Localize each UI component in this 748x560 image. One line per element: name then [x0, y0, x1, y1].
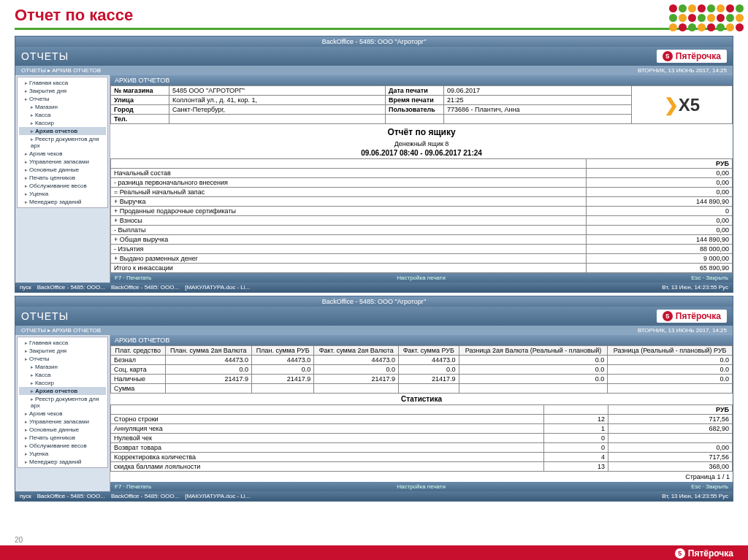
status-datetime: ВТОРНИК, 13 ИЮНЬ 2017, 14:25 [638, 327, 727, 334]
sidebar-item[interactable]: Управление запасами [19, 418, 106, 426]
table-row: Соц. карта0.00.00.00.00.00.0 [111, 365, 733, 375]
panel-header: АРХИВ ОТЧЕТОВ [110, 335, 733, 345]
info-table: № магазина5485 ООО "АГРОТОРГ" Дата печат… [110, 85, 733, 124]
taskbar-item[interactable]: пуск [20, 493, 31, 499]
sidebar-item[interactable]: Главная касса [19, 79, 106, 87]
table-row: + Выдано разменных денег9 000,00 [111, 254, 733, 264]
x5-logo: ❯X5 [664, 95, 700, 115]
slide-title: Отчет по кассе [15, 6, 733, 25]
sidebar-item[interactable]: Основные данные [19, 166, 106, 174]
divider [15, 28, 733, 30]
breadcrumb[interactable]: ОТЧЕТЫ ▸ АРХИВ ОТЧЕТОВ [21, 327, 101, 334]
table-row: - разница первоначального внесения0,00 [111, 178, 733, 188]
sidebar-item[interactable]: Архив чеков [19, 410, 106, 418]
payment-table: Плат. средствоПлан. сумма 2ая ВалютаПлан… [110, 345, 733, 394]
sidebar-item[interactable]: Основные данные [19, 426, 106, 434]
app-window-2: BackOffice - 5485: ООО "Агроторг" ОТЧЕТЫ… [15, 296, 733, 502]
window-titlebar: BackOffice - 5485: ООО "Агроторг" [15, 37, 733, 47]
table-row: Начальный состав0,00 [111, 169, 733, 178]
sidebar-item[interactable]: Отчеты [19, 95, 106, 103]
print-button[interactable]: F7 · Печатать [115, 275, 151, 281]
report-title: Отчёт по ящику [110, 124, 733, 140]
table-row: скидка баллами лояльности13368,00 [111, 462, 733, 472]
statistics-table: РУБ Сторно строки12717,56Аннуляция чека1… [110, 404, 733, 472]
status-datetime: ВТОРНИК, 13 ИЮНЬ 2017, 14:25 [638, 67, 727, 74]
sidebar-item[interactable]: Уценка [19, 190, 106, 198]
sidebar-item[interactable]: Магазин [19, 363, 106, 371]
sidebar-item[interactable]: Печать ценников [19, 174, 106, 182]
decorative-dots [669, 4, 744, 31]
sidebar-item[interactable]: Реестр документов для арх [19, 135, 106, 150]
table-row: + Общая выручка144 890,90 [111, 235, 733, 245]
app-window-1: BackOffice - 5485: ООО "Агроторг" ОТЧЕТЫ… [15, 36, 733, 293]
sidebar-item[interactable]: Главная касса [19, 339, 106, 347]
sidebar-item[interactable]: Кассир [19, 379, 106, 387]
sidebar-item[interactable]: Реестр документов для арх [19, 395, 106, 410]
page-indicator: Страница 1 / 1 [110, 472, 733, 482]
table-row: + Проданные подарочные сертификаты0 [111, 207, 733, 216]
statistics-title: Статистика [110, 394, 733, 404]
sidebar: Главная кассаЗакрытие дняОтчетыМагазинКа… [15, 75, 110, 283]
taskbar-clock: Вт, 13 Июн, 14:23:55 Рус [662, 284, 728, 291]
table-row: Наличные21417.921417.921417.921417.90.00… [111, 375, 733, 384]
sidebar-item[interactable]: Касса [19, 371, 106, 379]
taskbar-item[interactable]: BackOffice - 5485: ООО... [37, 493, 105, 499]
taskbar-item[interactable]: BackOffice - 5485: ООО... [111, 284, 179, 291]
sidebar-item[interactable]: Архив чеков [19, 150, 106, 158]
sidebar-item[interactable]: Уценка [19, 450, 106, 458]
table-row: Корректировка количества4717,56 [111, 453, 733, 462]
table-row: Аннуляция чека1682,90 [111, 424, 733, 434]
close-button[interactable]: Esc · Закрыть [691, 483, 728, 490]
window-titlebar: BackOffice - 5485: ООО "Агроторг" [15, 296, 733, 307]
brand-logo: 5Пятёрочка [657, 310, 727, 323]
sidebar-item[interactable]: Кассир [19, 119, 106, 127]
close-button[interactable]: Esc · Закрыть [691, 275, 728, 281]
sidebar: Главная кассаЗакрытие дняОтчетыМагазинКа… [15, 335, 110, 491]
sidebar-item[interactable]: Менеджер заданий [19, 198, 106, 206]
panel-header: АРХИВ ОТЧЕТОВ [110, 75, 733, 85]
print-button[interactable]: F7 · Печатать [115, 483, 151, 490]
table-row: = Реальный начальный запас0,00 [111, 188, 733, 197]
footer-brand-logo: 5Пятёрочка [675, 548, 733, 559]
brand-circle-icon: 5 [663, 311, 673, 321]
sidebar-item[interactable]: Менеджер заданий [19, 458, 106, 466]
taskbar-item[interactable]: BackOffice - 5485: ООО... [111, 493, 179, 499]
table-row: Возврат товара00,00 [111, 443, 733, 453]
sidebar-item[interactable]: Управление запасами [19, 158, 106, 166]
table-row: + Выручка144 890,90 [111, 197, 733, 207]
app-title: ОТЧЕТЫ [21, 50, 69, 62]
print-settings-button[interactable]: Настройка печати [397, 275, 446, 281]
taskbar-clock: Вт, 13 Июн, 14:23:55 Рус [662, 493, 728, 499]
sidebar-item[interactable]: Обслуживание весов [19, 182, 106, 190]
sidebar-item[interactable]: Обслуживание весов [19, 442, 106, 450]
sidebar-item[interactable]: Архив отчетов [19, 127, 106, 135]
cashbox-table: РУБ Начальный состав0,00- разница первон… [110, 158, 733, 273]
taskbar-item[interactable]: BackOffice - 5485: ООО... [37, 284, 105, 291]
sidebar-item[interactable]: Касса [19, 111, 106, 119]
sidebar-item[interactable]: Закрытие дня [19, 347, 106, 355]
table-row: Сторно строки12717,56 [111, 415, 733, 424]
sidebar-item[interactable]: Закрытие дня [19, 87, 106, 95]
sidebar-item[interactable]: Печать ценников [19, 434, 106, 442]
report-period: 09.06.2017 08:40 - 09.06.2017 21:24 [110, 147, 733, 158]
taskbar: пускBackOffice - 5485: ООО...BackOffice … [15, 283, 733, 292]
table-row: Итого к инкассации65 890,90 [111, 264, 733, 273]
table-row: + Взносы0,00 [111, 216, 733, 226]
brand-logo: 5Пятёрочка [657, 50, 727, 63]
table-row: - Выплаты0,00 [111, 226, 733, 235]
table-row: Нулевой чек0 [111, 434, 733, 443]
app-title: ОТЧЕТЫ [21, 310, 69, 322]
taskbar-item[interactable]: [МАКУЛАТУРА.doc - Li... [185, 493, 250, 499]
table-row: - Изъятия88 000,00 [111, 245, 733, 254]
sidebar-item[interactable]: Архив отчетов [19, 387, 106, 395]
brand-circle-icon: 5 [663, 51, 673, 61]
table-row: Безнал44473.044473.044473.044473.00.00.0 [111, 356, 733, 365]
taskbar-item[interactable]: пуск [20, 284, 31, 291]
sidebar-item[interactable]: Отчеты [19, 355, 106, 363]
slide-number: 20 [15, 536, 23, 544]
slide-footer: 5Пятёрочка [0, 545, 748, 560]
print-settings-button[interactable]: Настройка печати [397, 483, 446, 490]
sidebar-item[interactable]: Магазин [19, 103, 106, 111]
breadcrumb[interactable]: ОТЧЕТЫ ▸ АРХИВ ОТЧЕТОВ [21, 67, 101, 74]
taskbar-item[interactable]: [МАКУЛАТУРА.doc - Li... [185, 284, 250, 291]
